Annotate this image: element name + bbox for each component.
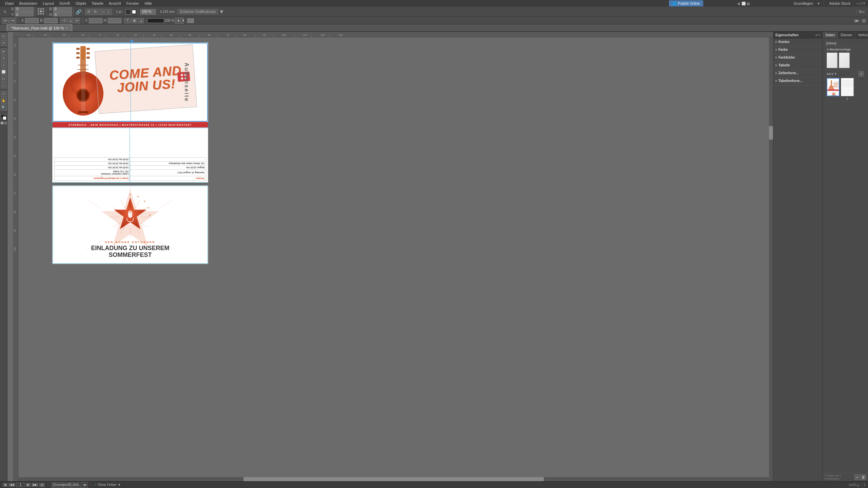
view-preview-icon[interactable] (4, 122, 7, 124)
tool-line[interactable]: / (1, 62, 7, 68)
frame-type-dropdown[interactable]: Einfacher Grafikrahmen (178, 9, 218, 14)
x2-input[interactable] (25, 18, 39, 23)
page-rotate-btn[interactable]: ↺ (859, 71, 864, 77)
b-input[interactable] (53, 7, 72, 12)
fill-stroke-control[interactable] (1, 114, 7, 120)
tool-type[interactable]: T (1, 55, 7, 61)
page-last-btn[interactable]: ▶▶ (32, 483, 38, 487)
fill-percent-dn[interactable]: ▼ (180, 18, 184, 24)
page-settings-btn[interactable]: ⚙ (39, 483, 45, 487)
redo-btn[interactable]: ↪ (9, 18, 16, 24)
x-input[interactable] (15, 7, 34, 12)
y2-input[interactable] (89, 18, 102, 23)
options-btn[interactable]: ≫ (852, 18, 861, 24)
flip-h-btn[interactable]: ↔ (99, 9, 105, 15)
layers-tab[interactable]: Ebenen (838, 32, 855, 38)
adobe-stock-link[interactable]: Adobe Stock (827, 1, 853, 6)
menu-schrift[interactable]: Schrift (57, 1, 72, 6)
zellenform-header[interactable]: ▶ Zellenform... (775, 71, 820, 75)
props-collapse-btn[interactable]: × (818, 33, 820, 37)
props-expand-btn[interactable]: ≡ (815, 33, 817, 37)
menu-objekt[interactable]: Objekt (73, 1, 88, 6)
canvas-scrollbar-h[interactable] (18, 477, 769, 481)
farbe-header[interactable]: ▶ Farbe (775, 48, 820, 52)
tool-select[interactable]: ↖ (1, 33, 7, 39)
maximize-btn[interactable]: □ (860, 1, 862, 6)
tool-scissors[interactable]: ✂ (1, 91, 7, 97)
farbfelder-header[interactable]: ▶ Farbfelder (775, 56, 820, 59)
h-input[interactable] (53, 12, 72, 17)
menu-fenster[interactable]: Fenster (124, 1, 141, 6)
h2-input[interactable] (108, 18, 121, 23)
undo-btn[interactable]: ↩ (2, 18, 9, 24)
fill-color-bar[interactable] (147, 18, 164, 23)
delete-page-btn[interactable]: 🗑 (861, 474, 866, 480)
page2-thumb[interactable] (841, 78, 854, 96)
b2-input[interactable] (44, 18, 58, 23)
y-input[interactable] (15, 12, 34, 17)
tool-ellipse[interactable]: ○ (1, 82, 7, 88)
canvas-area[interactable]: COME AND JOIN US! (18, 37, 773, 481)
links-tab[interactable]: Verknüpf... (855, 32, 868, 38)
stroke-color[interactable] (132, 9, 136, 14)
page-prev-btn[interactable]: ◀ (3, 483, 7, 487)
tabelle-header[interactable]: ▶ Tabelle (775, 63, 820, 67)
align-icon[interactable]: ⊞ (859, 9, 862, 14)
page-number-input[interactable] (16, 483, 25, 487)
rotate-90-btn[interactable]: ↺ (85, 9, 91, 15)
menu-bearbeiten[interactable]: Bearbeiten (17, 1, 40, 6)
page-first-btn[interactable]: ◀◀ (8, 483, 15, 487)
align-center-btn[interactable]: ⊥ (67, 18, 73, 23)
tool-zoom[interactable]: 🔍 (1, 104, 7, 110)
menu-ansicht[interactable]: Ansicht (106, 1, 123, 6)
publish-online-button[interactable]: 🌐 Publish Online (669, 0, 703, 6)
tool-hand[interactable]: ✋ (1, 98, 7, 104)
align-left-btn[interactable]: ⊣ (60, 18, 66, 23)
page-back[interactable]: COME AND JOIN US! (52, 42, 208, 122)
new-page-btn[interactable]: + (854, 474, 860, 480)
menu-bar: Datei Bearbeiten Layout Schrift Objekt T… (0, 0, 868, 7)
tabellenform-header[interactable]: ▶ Tabellenform... (775, 79, 820, 83)
menu-tabelle[interactable]: Tabelle (89, 1, 106, 6)
align-bottom-btn[interactable]: ⊥ (138, 18, 144, 23)
lock-proportions-icon[interactable]: 🔗 (76, 9, 81, 15)
layer-select[interactable]: [Grundprofil] (Arb... (51, 482, 88, 488)
rotate-180-btn[interactable]: ↻ (92, 9, 98, 15)
menu-layout[interactable]: Layout (40, 1, 56, 6)
tool-rectangle-frame[interactable]: ⬜ (1, 69, 7, 75)
scrollbar-thumb-h[interactable] (243, 477, 544, 481)
align-right-btn[interactable]: ⊢ (74, 18, 80, 23)
fill-color[interactable] (125, 9, 131, 15)
tab-close-btn[interactable]: × (66, 26, 67, 30)
zoom-input[interactable] (140, 9, 156, 15)
align-middle-btn[interactable]: ⊞ (131, 18, 137, 23)
align-top-btn[interactable]: ⊤ (124, 18, 130, 23)
canvas-scrollbar-v[interactable] (769, 37, 773, 481)
close-btn[interactable]: × (863, 1, 865, 6)
tool-direct-select[interactable]: ↗ (1, 40, 7, 46)
tool-pen[interactable]: ✒ (1, 48, 7, 55)
flip-v-btn[interactable]: ↕ (105, 9, 112, 15)
pages-tab[interactable]: Seiten (823, 32, 838, 38)
fill-percent-up[interactable]: ▲ (175, 18, 179, 24)
mm-value: 4.233 mm (160, 10, 175, 14)
master-thumb-right[interactable] (839, 53, 850, 68)
page1-thumb[interactable]: COME JOIN! SOMMER (827, 78, 840, 96)
master-thumb-left[interactable] (827, 53, 837, 68)
document-tab[interactable]: *Starmusic_Flyer.indd @ 100 % × (7, 24, 72, 31)
scrollbar-thumb-v[interactable] (769, 126, 773, 140)
come-join-box[interactable]: COME AND JOIN US! (95, 44, 197, 114)
page-front[interactable]: DER SONNE ENTGEGEN EINLADUNG ZU UNSEREM … (52, 185, 208, 264)
menu-hilfe[interactable]: Hilfe (142, 1, 154, 6)
page-next-btn[interactable]: ▶ (26, 483, 31, 487)
kontur-header[interactable]: ▶ Kontur (775, 40, 820, 44)
menu-datei[interactable]: Datei (3, 1, 16, 6)
right-expand-icon[interactable]: ⊞ (862, 18, 866, 23)
minimize-btn[interactable]: ─ (856, 1, 859, 6)
error-dropdown-arrow[interactable]: ▼ (118, 483, 121, 487)
tool-rectangle[interactable]: ▭ (1, 76, 7, 82)
page-middle[interactable]: Termin: Unser Live-Musik-Programm: Samst… (52, 127, 208, 183)
grundlagen-dropdown[interactable]: Grundlagen (791, 1, 816, 6)
distribute-icon[interactable]: ≡ (863, 10, 865, 14)
view-normal-icon[interactable] (1, 122, 3, 124)
